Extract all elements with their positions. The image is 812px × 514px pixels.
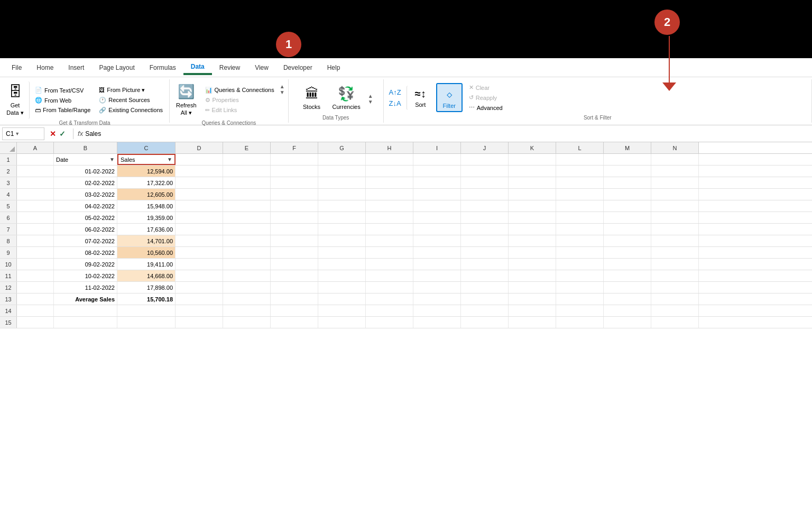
- col-header-m[interactable]: M: [604, 142, 651, 153]
- properties-label: Properties: [213, 97, 239, 103]
- date-6[interactable]: 05-02-2022: [54, 212, 117, 223]
- cell-j1[interactable]: [461, 154, 509, 165]
- sales-6[interactable]: 19,359.00: [117, 212, 176, 223]
- advanced-icon: ⋯: [469, 104, 475, 111]
- sales-2[interactable]: 12,594.00: [117, 166, 176, 177]
- cell-c1[interactable]: Sales ▼: [117, 154, 176, 165]
- cell-k1[interactable]: [509, 154, 556, 165]
- sales-8[interactable]: 14,701.00: [117, 235, 176, 246]
- sales-4[interactable]: 12,605.00: [117, 189, 176, 200]
- sales-7[interactable]: 17,636.00: [117, 224, 176, 235]
- col-header-b[interactable]: B: [54, 142, 117, 153]
- sort-az-button[interactable]: A↑Z: [387, 87, 403, 97]
- data-types-scroll: ▲ ▼: [368, 91, 373, 105]
- tab-developer[interactable]: Developer: [276, 61, 320, 75]
- col-header-g[interactable]: G: [318, 142, 366, 153]
- from-picture-button[interactable]: 🖼 From Picture ▾: [96, 86, 166, 95]
- filter-icon: ⬦: [446, 86, 453, 101]
- sort-button[interactable]: ≈↕ Sort: [407, 86, 433, 110]
- tab-view[interactable]: View: [247, 61, 276, 75]
- sales-10[interactable]: 19,411.00: [117, 259, 176, 270]
- sales-5[interactable]: 15,948.00: [117, 200, 176, 212]
- sales-11[interactable]: 14,668.00: [117, 270, 176, 281]
- cell-b1[interactable]: Date ▼: [54, 154, 117, 165]
- from-web-button[interactable]: 🌐 From Web: [32, 96, 94, 105]
- cell-n1[interactable]: [651, 154, 699, 165]
- col-header-d[interactable]: D: [176, 142, 223, 153]
- sales-12[interactable]: 17,898.00: [117, 282, 176, 293]
- date-2[interactable]: 01-02-2022: [54, 166, 117, 177]
- sort-za-button[interactable]: Z↓A: [387, 98, 403, 108]
- scroll-arrows: ▲ ▼: [280, 81, 285, 119]
- dt-scroll-up-icon[interactable]: ▲: [368, 93, 373, 99]
- date-5[interactable]: 04-02-2022: [54, 200, 117, 212]
- cell-i1[interactable]: [413, 154, 461, 165]
- col-header-c[interactable]: C: [117, 142, 176, 153]
- tab-insert[interactable]: Insert: [61, 61, 91, 75]
- col-header-e[interactable]: E: [223, 142, 271, 153]
- date-9[interactable]: 08-02-2022: [54, 247, 117, 258]
- date-11[interactable]: 10-02-2022: [54, 270, 117, 281]
- from-text-csv-button[interactable]: 📄 From Text/CSV: [32, 86, 94, 95]
- col-header-n[interactable]: N: [651, 142, 699, 153]
- sales-filter-btn[interactable]: ▼: [167, 157, 172, 162]
- cell-f1[interactable]: [271, 154, 318, 165]
- cancel-formula-icon[interactable]: ✕: [50, 130, 56, 138]
- average-sales-value[interactable]: 15,700.18: [117, 293, 176, 305]
- sales-9[interactable]: 10,560.00: [117, 247, 176, 258]
- edit-links-button[interactable]: ✏ Edit Links: [202, 106, 278, 115]
- confirm-formula-icon[interactable]: ✓: [59, 130, 66, 138]
- col-header-j[interactable]: J: [461, 142, 509, 153]
- tab-data[interactable]: Data: [183, 60, 212, 75]
- cell-e1[interactable]: [223, 154, 271, 165]
- tab-formulas[interactable]: Formulas: [142, 61, 183, 75]
- scroll-up-icon[interactable]: ▲: [280, 84, 285, 89]
- col-header-f[interactable]: F: [271, 142, 318, 153]
- col-header-a[interactable]: A: [17, 142, 54, 153]
- average-sales-label[interactable]: Average Sales: [54, 293, 117, 305]
- tab-help[interactable]: Help: [320, 61, 348, 75]
- clear-button[interactable]: ✕ Clear: [466, 83, 506, 92]
- scroll-down-icon[interactable]: ▼: [280, 89, 285, 95]
- dt-scroll-down-icon[interactable]: ▼: [368, 99, 373, 105]
- date-8[interactable]: 07-02-2022: [54, 235, 117, 246]
- properties-button[interactable]: ⚙ Properties: [202, 96, 278, 105]
- currencies-button[interactable]: 💱 Currencies: [329, 84, 364, 112]
- col-header-l[interactable]: L: [556, 142, 604, 153]
- stocks-button[interactable]: 🏛 Stocks: [299, 84, 325, 112]
- name-box[interactable]: C1 ▼: [2, 127, 44, 140]
- date-10[interactable]: 09-02-2022: [54, 259, 117, 270]
- filter-button[interactable]: ⬦ Filter: [436, 83, 463, 112]
- tab-file[interactable]: File: [4, 61, 29, 75]
- date-4[interactable]: 03-02-2022: [54, 189, 117, 200]
- cell-h1[interactable]: [366, 154, 413, 165]
- tab-home[interactable]: Home: [29, 61, 61, 75]
- tab-review[interactable]: Review: [212, 61, 247, 75]
- table-row: 10 09-02-2022 19,411.00: [0, 259, 812, 270]
- col-header-k[interactable]: K: [509, 142, 556, 153]
- col-header-i[interactable]: I: [413, 142, 461, 153]
- from-table-range-button[interactable]: 🗃 From Table/Range: [32, 106, 94, 114]
- select-all-icon[interactable]: [0, 142, 17, 154]
- sales-3[interactable]: 17,322.00: [117, 177, 176, 188]
- recent-sources-button[interactable]: 🕐 Recent Sources: [96, 96, 166, 105]
- cell-g1[interactable]: [318, 154, 366, 165]
- reapply-button[interactable]: ↺ Reapply: [466, 93, 506, 102]
- refresh-all-button[interactable]: 🔄 RefreshAll ▾: [173, 81, 200, 119]
- date-3[interactable]: 02-02-2022: [54, 177, 117, 188]
- cell-a1[interactable]: [17, 154, 54, 165]
- date-12[interactable]: 11-02-2022: [54, 282, 117, 293]
- cell-l1[interactable]: [556, 154, 604, 165]
- queries-connections-button[interactable]: 📊 Queries & Connections: [202, 86, 278, 95]
- tab-page-layout[interactable]: Page Layout: [91, 61, 142, 75]
- date-7[interactable]: 06-02-2022: [54, 224, 117, 235]
- refresh-icon: 🔄: [178, 84, 195, 100]
- date-filter-btn[interactable]: ▼: [109, 157, 115, 162]
- advanced-button[interactable]: ⋯ Advanced: [466, 103, 506, 112]
- name-box-arrow[interactable]: ▼: [15, 131, 20, 136]
- col-header-h[interactable]: H: [366, 142, 413, 153]
- cell-d1[interactable]: [176, 154, 223, 165]
- cell-m1[interactable]: [604, 154, 651, 165]
- existing-connections-button[interactable]: 🔗 Existing Connections: [96, 106, 166, 115]
- get-data-button[interactable]: 🗄 GetData ▾: [3, 81, 30, 119]
